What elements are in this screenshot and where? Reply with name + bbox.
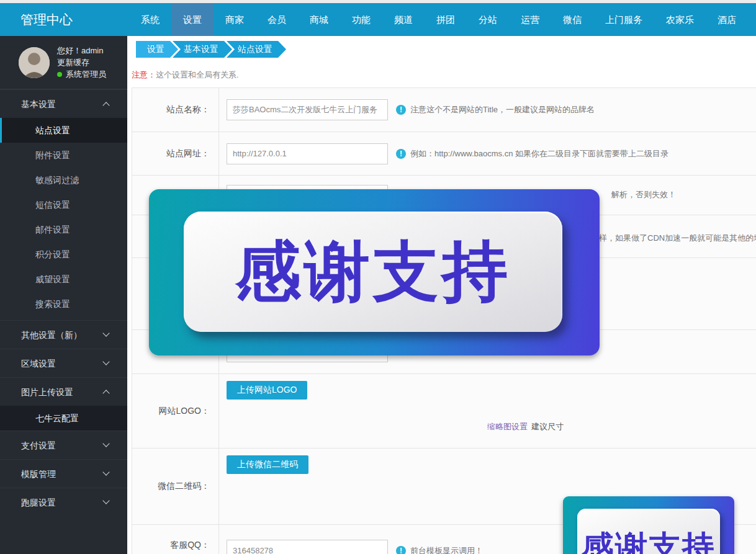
breadcrumb-settings[interactable]: 设置: [136, 41, 178, 58]
role-text: 系统管理员: [66, 68, 106, 80]
page-notice: 注意：这个设置和全局有关系.: [132, 69, 239, 81]
sidebar-item-site-settings[interactable]: 站点设置: [0, 118, 127, 143]
avatar: [19, 47, 50, 78]
notice-text: 这个设置和全局有关系.: [156, 70, 239, 79]
sidebar-group-label: 其他设置（新）: [21, 330, 82, 340]
greeting-text: 您好！admin: [57, 45, 106, 56]
wechat-qrcode-label: 微信二维码：: [132, 449, 219, 524]
watermark-panel: 感谢支持: [184, 212, 562, 332]
site-url-hint: ! 例如：http://www.baocms.cn 如果你在二级目录下面就需要带…: [396, 148, 668, 159]
upload-logo-button[interactable]: 上传网站LOGO: [227, 381, 307, 400]
nav-item-member[interactable]: 会员: [256, 3, 298, 36]
sidebar-item-sms-settings[interactable]: 短信设置: [0, 192, 127, 217]
nav-item-settings[interactable]: 设置: [171, 3, 214, 36]
sidebar-group-payment-settings[interactable]: 支付设置: [0, 431, 127, 459]
nav-item-function[interactable]: 功能: [340, 3, 382, 36]
chevron-down-icon: [102, 358, 109, 365]
hint-fragment: 样，如果做了CDN加速一般就可能是其他的域名: [599, 233, 756, 244]
service-qq-input[interactable]: [227, 540, 388, 554]
online-status-dot: [57, 72, 62, 77]
hint-text: 注意这个不是网站的Title，一般建议是网站的品牌名: [410, 104, 595, 115]
nav-item-home-service[interactable]: 上门服务: [593, 3, 654, 36]
sidebar-group-other-settings[interactable]: 其他设置（新）: [0, 320, 127, 349]
hint-text: 前台模板显示调用！: [410, 545, 483, 554]
nav-item-groupbuy[interactable]: 拼团: [425, 3, 467, 36]
main-content: 设置 基本设置 站点设置 注意：这个设置和全局有关系. 站点名称： ! 注意这个…: [127, 36, 756, 554]
notice-prefix: 注意：: [132, 70, 156, 79]
basic-settings-submenu: 站点设置 附件设置 敏感词过滤 短信设置 邮件设置 积分设置 威望设置 搜索设置: [0, 118, 127, 320]
info-icon: !: [396, 105, 406, 115]
nav-item-wechat[interactable]: 微信: [551, 3, 593, 36]
sidebar-group-label: 跑腿设置: [21, 498, 56, 507]
nav-item-channel[interactable]: 频道: [382, 3, 425, 36]
service-qq-label: 客服QQ：: [132, 525, 219, 554]
watermark-overlay-large: 感谢支持: [149, 189, 600, 355]
hint-fragment: 解析，否则失效！: [611, 189, 676, 200]
breadcrumb-site-settings[interactable]: 站点设置: [227, 41, 286, 58]
site-url-input[interactable]: [227, 143, 388, 164]
sidebar-group-basic-settings[interactable]: 基本设置: [0, 89, 127, 118]
chevron-up-icon: [102, 390, 109, 396]
watermark-overlay-small: 感谢支持: [563, 496, 734, 554]
service-qq-hint: ! 前台模板显示调用！: [396, 545, 483, 554]
watermark-text: 感谢支持: [582, 526, 716, 554]
sidebar-item-points-settings[interactable]: 积分设置: [0, 242, 127, 267]
sidebar-group-label: 支付设置: [21, 440, 56, 450]
site-logo-label: 网站LOGO：: [132, 374, 219, 448]
profile-text: 您好！admin 更新缓存 系统管理员: [57, 45, 106, 80]
site-name-hint: ! 注意这个不是网站的Title，一般建议是网站的品牌名: [396, 104, 595, 115]
avatar-photo: [19, 47, 50, 78]
info-icon: !: [396, 546, 406, 554]
form-row-site-logo: 网站LOGO： 上传网站LOGO 缩略图设置建议尺寸: [132, 374, 756, 449]
upload-wechat-qrcode-button[interactable]: 上传微信二维码: [227, 455, 308, 474]
nav-item-farmstay[interactable]: 农家乐: [654, 3, 706, 36]
nav-item-hotel[interactable]: 酒店: [706, 3, 748, 36]
chevron-down-icon: [102, 468, 109, 475]
sidebar-item-sensitive-word-filter[interactable]: 敏感词过滤: [0, 168, 127, 192]
sidebar-group-region-settings[interactable]: 区域设置: [0, 349, 127, 377]
breadcrumb: 设置 基本设置 站点设置: [136, 41, 281, 58]
sidebar-group-label: 模版管理: [21, 469, 56, 479]
watermark-panel: 感谢支持: [577, 509, 720, 554]
nav-item-merchant[interactable]: 商家: [214, 3, 256, 36]
app-title: 管理中心: [20, 3, 73, 36]
thumbnail-note: 缩略图设置建议尺寸: [487, 421, 564, 432]
sidebar-item-attachment-settings[interactable]: 附件设置: [0, 143, 127, 168]
top-nav: 系统 设置 商家 会员 商城 功能 频道 拼团 分站 运营 微信 上门服务 农家…: [129, 3, 748, 36]
chevron-down-icon: [102, 497, 109, 504]
update-cache-link[interactable]: 更新缓存: [57, 56, 106, 68]
watermark-text: 感谢支持: [235, 228, 511, 316]
thumbnail-suffix: 建议尺寸: [531, 422, 564, 431]
form-row-site-url: 站点网址： ! 例如：http://www.baocms.cn 如果你在二级目录…: [132, 132, 756, 176]
thumbnail-settings-link[interactable]: 缩略图设置: [487, 422, 528, 431]
nav-item-system[interactable]: 系统: [129, 3, 171, 36]
hint-text: 例如：http://www.baocms.cn 如果你在二级目录下面就需要带上二…: [410, 148, 668, 159]
sidebar-item-prestige-settings[interactable]: 威望设置: [0, 267, 127, 292]
sidebar-group-image-upload-settings[interactable]: 图片上传设置: [0, 377, 127, 406]
site-url-label: 站点网址：: [132, 132, 219, 175]
breadcrumb-basic-settings[interactable]: 基本设置: [173, 41, 232, 58]
site-name-input[interactable]: [227, 99, 388, 120]
nav-item-operation[interactable]: 运营: [509, 3, 551, 36]
nav-item-mall[interactable]: 商城: [298, 3, 340, 36]
chevron-down-icon: [102, 440, 109, 447]
nav-item-substation[interactable]: 分站: [467, 3, 509, 36]
sidebar-item-mail-settings[interactable]: 邮件设置: [0, 217, 127, 242]
top-header: 管理中心 系统 设置 商家 会员 商城 功能 频道 拼团 分站 运营 微信 上门…: [0, 3, 756, 36]
profile-block: 您好！admin 更新缓存 系统管理员: [0, 36, 127, 89]
sidebar-group-label: 区域设置: [21, 359, 56, 369]
form-row-site-name: 站点名称： ! 注意这个不是网站的Title，一般建议是网站的品牌名: [132, 88, 756, 132]
site-name-label: 站点名称：: [132, 88, 219, 132]
chevron-up-icon: [102, 102, 109, 109]
sidebar-group-errand-settings[interactable]: 跑腿设置: [0, 488, 127, 516]
sidebar-item-qiniu-config[interactable]: 七牛云配置: [0, 406, 127, 431]
sidebar-group-template-management[interactable]: 模版管理: [0, 459, 127, 488]
chevron-down-icon: [102, 329, 109, 336]
info-icon: !: [396, 149, 406, 159]
sidebar-item-search-settings[interactable]: 搜索设置: [0, 292, 127, 316]
sidebar-group-label: 图片上传设置: [21, 387, 73, 397]
sidebar-group-label: 基本设置: [21, 99, 56, 109]
sidebar: 您好！admin 更新缓存 系统管理员 基本设置 站点设置 附件设置 敏感词过滤…: [0, 36, 127, 554]
